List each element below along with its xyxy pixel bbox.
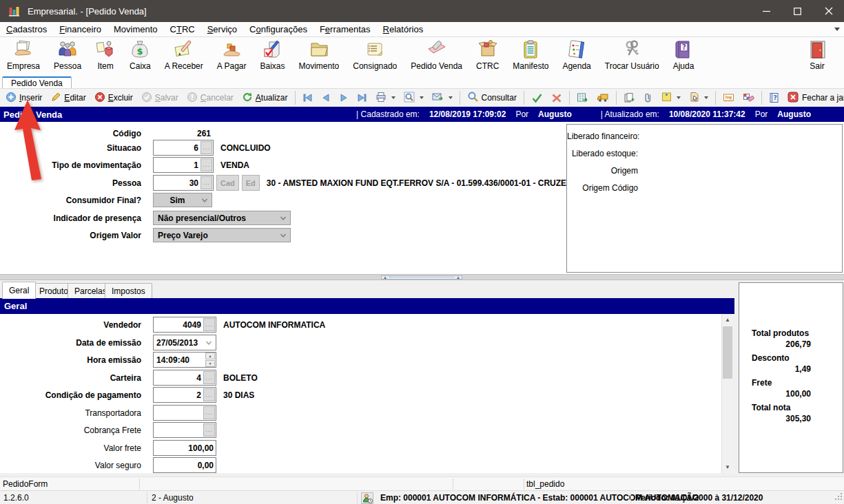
empresa-button[interactable]: Empresa [0, 37, 47, 76]
pessoa-ed-button[interactable]: Ed [242, 175, 260, 191]
vendedor-lookup-button[interactable]: ... [203, 318, 215, 331]
tab-pedido-venda[interactable]: Pedido Venda [2, 76, 72, 89]
copy-doc-button[interactable] [619, 90, 639, 106]
log-button[interactable]: log [719, 90, 739, 106]
maximize-button[interactable] [782, 0, 813, 22]
fechar-janela-button[interactable]: Fechar a janela [783, 90, 844, 106]
cancelar-button[interactable]: Cancelar [183, 90, 238, 106]
caixa-label: Caixa [130, 61, 151, 71]
doc-action-button[interactable] [685, 90, 712, 106]
time-spin-down-button[interactable]: ▼ [205, 360, 215, 367]
condicao-value: 2 [154, 390, 203, 400]
condicao-input[interactable]: 2 ... [153, 387, 216, 403]
hora-emissao-input[interactable]: 14:09:40 ▲ ▼ [153, 352, 216, 368]
nav-prev-button[interactable] [317, 90, 335, 106]
tipo-input[interactable]: 1 ... [153, 157, 214, 173]
send-mail-button[interactable] [428, 90, 457, 106]
scrollbar-thumb[interactable] [723, 326, 732, 379]
export-grid-button[interactable] [573, 90, 593, 106]
consignado-button[interactable]: Consignado [346, 37, 404, 76]
atualizar-button[interactable]: Atualizar [238, 90, 292, 106]
valor-frete-input[interactable]: 100,00 [153, 440, 216, 456]
baixas-button[interactable]: Baixas [254, 37, 292, 76]
cobranca-frete-input[interactable]: ... [153, 422, 216, 438]
minimize-button[interactable] [751, 0, 782, 22]
note-button[interactable] [657, 90, 685, 106]
attachment-button[interactable] [639, 90, 657, 106]
menu-configuracoes[interactable]: Configurações [243, 22, 313, 36]
horizontal-splitter[interactable]: ▲ ▲ [0, 274, 844, 280]
agenda-button[interactable]: Agenda [555, 37, 597, 76]
tab-geral[interactable]: Geral [2, 282, 36, 299]
detail-form-scrollbar[interactable]: ▲ ▼ [721, 314, 733, 473]
reject-button[interactable] [547, 90, 566, 106]
scroll-up-icon[interactable]: ▲ [722, 314, 733, 326]
indicador-combo[interactable]: Não presencial/Outros [153, 211, 291, 225]
pessoa-lookup-button[interactable]: ... [200, 176, 212, 189]
print-button[interactable] [371, 90, 400, 106]
help-book-icon: ? [673, 39, 694, 60]
splitter-handle[interactable]: ▲ ▲ [381, 275, 462, 280]
pessoa-button[interactable]: Pessoa [47, 37, 88, 76]
scroll-down-icon[interactable]: ▼ [722, 461, 733, 473]
menu-servico[interactable]: Serviço [201, 22, 243, 36]
carteira-input[interactable]: 4 ... [153, 370, 216, 386]
ajuda-button[interactable]: ? Ajuda [666, 37, 701, 76]
close-button[interactable] [813, 0, 844, 22]
caixa-button[interactable]: $ Caixa [123, 37, 158, 76]
nav-last-button[interactable] [353, 90, 371, 106]
clear-grid-button[interactable] [739, 90, 759, 106]
pedido-venda-button[interactable]: Pedido Venda [404, 37, 469, 76]
inserir-label: Inserir [19, 93, 42, 103]
menu-movimento[interactable]: Movimento [107, 22, 164, 36]
menu-ferramentas[interactable]: Ferramentas [313, 22, 377, 36]
editar-button[interactable]: Editar [46, 90, 90, 106]
cobranca-frete-lookup-button[interactable]: ... [203, 423, 215, 437]
excluir-button[interactable]: Excluir [90, 90, 137, 106]
toolbar-overflow-chevron-icon[interactable] [834, 28, 840, 31]
preview-button[interactable] [400, 90, 428, 106]
tipo-lookup-button[interactable]: ... [200, 158, 212, 171]
pessoa-label: Pessoa [54, 61, 81, 71]
item-button[interactable]: Item [88, 37, 123, 76]
transportadora-input[interactable]: ... [153, 405, 216, 421]
origem-valor-label: Origem Valor [0, 231, 141, 240]
carteira-lookup-button[interactable]: ... [203, 371, 215, 384]
vendedor-input[interactable]: 4049 ... [153, 317, 216, 333]
data-emissao-input[interactable]: 27/05/2013 [153, 335, 216, 350]
a-receber-button[interactable]: A Receber [158, 37, 210, 76]
pessoa-cad-button[interactable]: Cad [216, 175, 239, 191]
time-spin-up-button[interactable]: ▲ [205, 353, 215, 359]
sair-button[interactable]: Sair [800, 37, 834, 76]
resize-grip[interactable] [834, 492, 843, 503]
menu-ctrc[interactable]: CTRC [164, 22, 201, 36]
toolbar-separator [715, 91, 716, 105]
help-window-button[interactable]: ? [765, 90, 783, 106]
manifesto-button[interactable]: Manifesto [506, 37, 555, 76]
situacao-input[interactable]: 6 ... [153, 140, 214, 156]
consultar-button[interactable]: Consultar [463, 90, 521, 106]
tab-impostos[interactable]: Impostos [105, 283, 152, 298]
ctrc-button[interactable]: CTRC [469, 37, 506, 76]
transportadora-lookup-button[interactable]: ... [203, 406, 215, 419]
menu-relatorios[interactable]: Relatórios [377, 22, 430, 36]
a-pagar-button[interactable]: A Pagar [210, 37, 254, 76]
nav-first-button[interactable] [298, 90, 317, 106]
nav-next-button[interactable] [335, 90, 353, 106]
confirm-button[interactable] [527, 90, 547, 106]
salvar-button[interactable]: Salvar [137, 90, 183, 106]
situacao-lookup-button[interactable]: ... [200, 141, 212, 154]
consumidor-combo[interactable]: Sim [153, 193, 212, 207]
status-divider [524, 479, 524, 490]
indicador-label: Indicador de presença [0, 213, 141, 223]
truck-button[interactable] [593, 90, 613, 106]
menu-financeiro[interactable]: Financeiro [53, 22, 107, 36]
origem-valor-combo[interactable]: Preço Varejo [153, 228, 291, 242]
inserir-button[interactable]: Inserir [1, 90, 46, 106]
movimento-button[interactable]: Movimento [292, 37, 347, 76]
valor-seguro-input[interactable]: 0,00 [153, 457, 216, 473]
condicao-lookup-button[interactable]: ... [203, 388, 215, 401]
pessoa-input[interactable]: 30 ... [153, 175, 214, 191]
trocar-usuario-button[interactable]: Trocar Usuário [598, 37, 666, 76]
menu-cadastros[interactable]: Cadastros [0, 22, 53, 36]
